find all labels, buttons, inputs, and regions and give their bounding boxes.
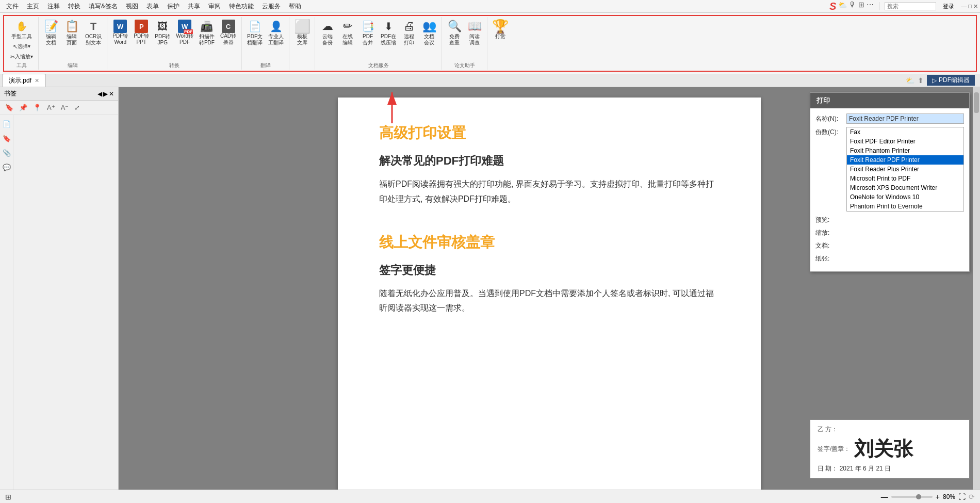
scan-to-pdf-button[interactable]: 📠 扫描件转PDF (197, 18, 217, 47)
scissors-button[interactable]: ✂ 入缩放▾ (8, 52, 35, 61)
menu-cloud[interactable]: 云服务 (258, 1, 285, 12)
pdf-ppt-label: PDF转PPT (134, 33, 149, 45)
pdf-compress-button[interactable]: ⬇ PDF在线压缩 (379, 18, 398, 47)
printer-ms-pdf[interactable]: Microsoft Print to PDF (847, 174, 963, 183)
signature-name: 刘关张 (854, 436, 913, 462)
sidebar-close-icon[interactable]: ✕ (109, 90, 114, 98)
sidebar: 书签 ◀ ▶ ✕ 🔖 📌 📍 A⁺ A⁻ ⤢ 📄 🔖 📎 💬 (0, 87, 119, 503)
select-icon: ↖ (13, 43, 18, 50)
printer-foxit-phantom[interactable]: Foxit Phantom Printer (847, 146, 963, 155)
print-name-input[interactable] (846, 113, 964, 124)
zoom-minus-button[interactable]: — (881, 493, 888, 501)
bookmark-icon[interactable]: 🔖 (3, 103, 15, 112)
menu-home[interactable]: 主页 (23, 1, 43, 12)
fit-page-icon[interactable]: ⊞ (5, 493, 11, 501)
pdf-jpg-label: PDF转JPG (155, 34, 170, 46)
scrollbar-thumb[interactable] (974, 92, 979, 113)
sidebar-nav-next[interactable]: ▶ (103, 90, 108, 98)
menu-form[interactable]: 表单 (142, 1, 163, 12)
pdf-page: 高级打印设置 解决常见的PDF打印难题 福昕PDF阅读器拥有强大的打印功能, 界… (338, 98, 761, 503)
zoom-plus-button[interactable]: + (936, 493, 940, 501)
cloud-backup-button[interactable]: ☁ 云端备份 (318, 18, 337, 47)
vertical-scrollbar[interactable] (973, 87, 980, 503)
comment-icon[interactable]: 💬 (2, 163, 11, 172)
cad-button[interactable]: C CAD转换器 (218, 19, 238, 46)
font-increase-icon[interactable]: A⁺ (45, 103, 57, 112)
window-controls[interactable]: — □ ✕ (961, 3, 978, 10)
reward-button[interactable]: 🏆 打赏 (491, 18, 510, 41)
word-to-pdf-button[interactable]: WPDF Word转PDF (174, 19, 195, 46)
sign-label: 签字/盖章： (818, 445, 850, 453)
select-button[interactable]: ↖ 选择▾ (11, 42, 32, 51)
menu-share[interactable]: 共享 (184, 1, 204, 12)
edit-doc-button[interactable]: 📝 编辑文档 (42, 18, 60, 47)
icon-grid: ⊞ (858, 1, 864, 12)
printer-fax[interactable]: Fax (847, 127, 963, 137)
free-check-label: 免费查重 (449, 34, 460, 46)
menu-help[interactable]: 帮助 (285, 1, 305, 12)
printer-onenote[interactable]: OneNote for Windows 10 (847, 192, 963, 202)
pdf-translate-button[interactable]: 📄 PDF文档翻译 (245, 18, 265, 47)
section1-subheading: 解决常见的PDF打印难题 (379, 153, 720, 169)
bookmark-remove-icon[interactable]: 📍 (31, 103, 43, 112)
login-button[interactable]: 登录 (939, 2, 958, 11)
menu-view[interactable]: 视图 (122, 1, 142, 12)
signature-date: 日 期： 2021 年 6 月 21 日 (818, 464, 962, 473)
template-button[interactable]: ⬜ 模板文库 (293, 18, 312, 47)
pdf-merge-icon: 📑 (361, 19, 375, 34)
section2-heading: 线上文件审核盖章 (379, 233, 720, 252)
fullscreen-icon[interactable]: ⛶ (958, 493, 966, 501)
convert-group: W PDF转Word P PDF转PPT 🖼 PDF转JPG WPDF (107, 17, 242, 70)
zoom-slider[interactable] (891, 496, 933, 498)
page-icon[interactable]: 📄 (2, 119, 11, 128)
printer-ms-xps[interactable]: Microsoft XPS Document Writer (847, 183, 963, 192)
pdf-editor-button[interactable]: ▷ PDF编辑器 (927, 75, 975, 86)
ocr-label: OCR识别文本 (85, 34, 102, 46)
menu-protect[interactable]: 保护 (163, 1, 184, 12)
pdf-ppt-icon: P (135, 20, 148, 33)
menu-review[interactable]: 审阅 (204, 1, 225, 12)
printer-foxit-reader-plus[interactable]: Foxit Reader Plus Printer (847, 165, 963, 174)
remote-print-button[interactable]: 🖨 远程打印 (400, 18, 418, 47)
doc-meeting-button[interactable]: 👥 文档会议 (420, 18, 438, 47)
pdf-to-ppt-button[interactable]: P PDF转PPT (132, 19, 151, 46)
search-input[interactable] (885, 2, 936, 10)
status-bar: ⊞ — + 80% ⛶ ⟳ (0, 490, 980, 503)
menu-annotation[interactable]: 注释 (43, 1, 64, 12)
icon-cloud: ⛅ (838, 1, 847, 12)
free-check-button[interactable]: 🔍 免费查重 (445, 18, 464, 47)
cloud-group-label: 文档服务 (368, 61, 389, 69)
rotate-icon[interactable]: ⟳ (969, 493, 975, 501)
edit-page-button[interactable]: 📋 编辑页面 (62, 18, 81, 47)
printer-foxit-reader[interactable]: Foxit Reader PDF Printer (847, 155, 963, 165)
expand-icon[interactable]: ⤢ (72, 103, 82, 112)
print-paper-row: 纸张: (815, 253, 964, 263)
printer-foxit-editor[interactable]: Foxit PDF Editor Printer (847, 137, 963, 146)
ocr-button[interactable]: T OCR识别文本 (83, 18, 104, 47)
attachment-icon[interactable]: 📎 (2, 148, 11, 157)
hand-tool-button[interactable]: ✋ 手型工具 (9, 18, 34, 41)
ribbon: ✋ 手型工具 ↖ 选择▾ ✂ 入缩放▾ 工具 (3, 15, 977, 72)
bookmark-sidebar-icon[interactable]: 🔖 (2, 134, 11, 143)
pdf-tab[interactable]: 演示.pdf ✕ (2, 74, 46, 87)
sidebar-nav-prev[interactable]: ◀ (97, 90, 102, 98)
read-check-button[interactable]: 📖 阅读调查 (465, 18, 484, 47)
font-decrease-icon[interactable]: A⁻ (59, 103, 71, 112)
zoom-slider-thumb[interactable] (916, 494, 921, 499)
menu-file[interactable]: 文件 (2, 1, 23, 12)
printer-phantom-evernote[interactable]: Phantom Print to Evernote (847, 202, 963, 211)
cloud-backup-label: 云端备份 (322, 34, 333, 46)
pdf-to-jpg-button[interactable]: 🖼 PDF转JPG (153, 18, 172, 47)
read-check-icon: 📖 (467, 19, 482, 34)
menu-fill-sign[interactable]: 填写&签名 (85, 1, 122, 12)
tab-close-button[interactable]: ✕ (35, 77, 39, 84)
pro-translate-button[interactable]: 👤 专业人工翻译 (266, 18, 286, 47)
online-edit-button[interactable]: ✏ 在线编辑 (338, 18, 357, 47)
pdf-merge-button[interactable]: 📑 PDF合并 (358, 18, 377, 47)
pdf-to-word-button[interactable]: W PDF转Word (110, 19, 130, 46)
pdf-view-area: 高级打印设置 解决常见的PDF打印难题 福昕PDF阅读器拥有强大的打印功能, 界… (119, 87, 980, 503)
hand-icon: ✋ (14, 19, 29, 34)
menu-special[interactable]: 特色功能 (225, 1, 258, 12)
bookmark-add-icon[interactable]: 📌 (17, 103, 29, 112)
menu-convert[interactable]: 转换 (64, 1, 85, 12)
